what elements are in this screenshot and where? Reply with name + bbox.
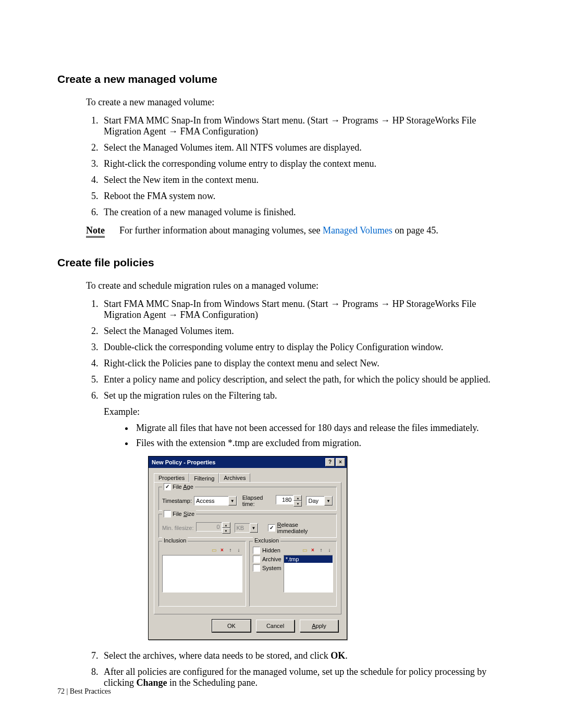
exclusion-item[interactable]: *.tmp (284, 556, 333, 563)
tab-archives[interactable]: Archives (219, 473, 250, 482)
spin-up-icon[interactable]: ▲ (293, 495, 302, 501)
apply-button[interactable]: Apply (300, 620, 338, 632)
step-item: After all policies are configured for th… (101, 667, 506, 688)
time-unit-dropdown[interactable]: Day ▼ (306, 496, 333, 505)
size-unit-dropdown: KB ▼ (235, 523, 259, 533)
chapter-name: Best Practices (70, 687, 111, 695)
tab-properties[interactable]: Properties (154, 473, 189, 482)
file-size-group: File Size Min. filesize: ▲ (158, 514, 337, 538)
new-icon[interactable]: ▭ (301, 547, 308, 554)
bullet-item: Files with the extension *.tmp are exclu… (134, 438, 506, 449)
page-footer: 72 | Best Practices (57, 687, 111, 696)
note-text: For further information about managing v… (119, 225, 438, 236)
exclude-system-checkbox[interactable] (253, 564, 260, 572)
spin-down-icon[interactable]: ▼ (293, 501, 302, 507)
ok-button[interactable]: OK (212, 620, 251, 632)
intro-text: To create and schedule migration rules o… (86, 280, 506, 291)
file-age-legend: File Age (173, 484, 193, 490)
step-item: Reboot the FMA system now. (101, 191, 506, 202)
page-number: 72 (57, 687, 65, 695)
exclusion-listbox[interactable]: *.tmp (284, 555, 333, 593)
new-icon[interactable]: ▭ (210, 547, 217, 554)
chevron-down-icon: ▼ (228, 496, 237, 505)
min-filesize-spinner: ▲ ▼ (196, 522, 230, 534)
move-down-icon[interactable]: ↓ (326, 547, 333, 554)
heading-create-file-policies: Create file policies (57, 256, 506, 269)
note-block: Note For further information about manag… (86, 225, 506, 238)
exclude-hidden-checkbox[interactable] (253, 547, 260, 554)
exclusion-legend: Exclusion (254, 537, 279, 544)
inclusion-group: Inclusion ▭ × ↑ ↓ (158, 541, 246, 607)
step-item: Right-click the corresponding volume ent… (101, 158, 506, 169)
spin-down-icon: ▼ (222, 528, 230, 534)
exclude-system-label: System (262, 565, 282, 571)
close-button[interactable]: × (336, 458, 345, 466)
step-item: Start FMA MMC Snap-In from Windows Start… (101, 299, 506, 320)
bullet-item: Migrate all files that have not been acc… (134, 423, 506, 434)
example-label: Example: (104, 406, 506, 417)
spin-up-icon: ▲ (222, 522, 230, 528)
managed-volumes-link[interactable]: Managed Volumes (323, 225, 393, 236)
move-up-icon[interactable]: ↑ (227, 547, 234, 554)
dialog-titlebar: New Policy - Properties ? × (149, 456, 347, 468)
release-immediately-checkbox[interactable]: ✓ (268, 524, 275, 532)
step-item: Set up the migration rules on the Filter… (101, 390, 506, 640)
step-item: Select the Managed Volumes item. (101, 326, 506, 337)
min-filesize-input (196, 522, 222, 532)
min-filesize-label: Min. filesize: (162, 525, 194, 531)
intro-text: To create a new managed volume: (86, 97, 506, 108)
chevron-down-icon: ▼ (324, 496, 333, 505)
exclude-hidden-label: Hidden (262, 547, 280, 553)
step-item: Select the New item in the context menu. (101, 175, 506, 186)
steps-list-1: Start FMA MMC Snap-In from Windows Start… (86, 115, 506, 218)
chevron-down-icon: ▼ (250, 523, 258, 533)
step-item: Select the archives, where data needs to… (101, 650, 506, 661)
release-immediately-label: Releaseimmediately (277, 522, 308, 534)
move-down-icon[interactable]: ↓ (235, 547, 242, 554)
file-size-checkbox[interactable] (164, 510, 171, 517)
step-item: Double-click the corresponding volume en… (101, 342, 506, 353)
move-up-icon[interactable]: ↑ (317, 547, 325, 554)
new-policy-dialog: New Policy - Properties ? × Properties F… (148, 456, 347, 640)
timestamp-label: Timestamp: (162, 498, 192, 504)
elapsed-time-input[interactable] (276, 495, 293, 504)
help-button[interactable]: ? (325, 458, 335, 466)
file-age-group: ✓ File Age Timestamp: Access ▼ (158, 487, 337, 511)
steps-list-2: Start FMA MMC Snap-In from Windows Start… (86, 299, 506, 688)
step-item: Start FMA MMC Snap-In from Windows Start… (101, 115, 506, 137)
dialog-title: New Policy - Properties (152, 459, 215, 465)
file-size-legend: File Size (173, 511, 194, 517)
tab-panel-filtering: ✓ File Age Timestamp: Access ▼ (154, 482, 341, 614)
heading-create-managed-volume: Create a new managed volume (57, 73, 506, 85)
file-age-checkbox[interactable]: ✓ (164, 483, 171, 490)
exclude-archive-label: Archive (262, 556, 282, 562)
step-item: Right-click the Policies pane to display… (101, 358, 506, 369)
delete-icon[interactable]: × (218, 547, 226, 554)
example-bullets: Migrate all files that have not been acc… (104, 423, 506, 449)
step-item: Enter a policy name and policy descripti… (101, 374, 506, 385)
elapsed-time-spinner[interactable]: ▲ ▼ (276, 495, 302, 507)
cancel-button[interactable]: Cancel (256, 620, 295, 632)
elapsed-time-label: Elapsed time: (242, 495, 274, 507)
inclusion-listbox[interactable] (162, 555, 242, 593)
tab-filtering[interactable]: Filtering (189, 473, 219, 483)
inclusion-legend: Inclusion (164, 537, 186, 544)
step-item: Select the Managed Volumes item. All NTF… (101, 142, 506, 153)
tab-strip: Properties Filtering Archives (154, 473, 341, 482)
note-label: Note (86, 225, 105, 238)
delete-icon[interactable]: × (309, 547, 316, 554)
exclusion-group: Exclusion Hidden Archive System (249, 541, 337, 607)
exclude-archive-checkbox[interactable] (253, 556, 260, 563)
timestamp-dropdown[interactable]: Access ▼ (194, 496, 237, 505)
step-item: The creation of a new managed volume is … (101, 207, 506, 218)
